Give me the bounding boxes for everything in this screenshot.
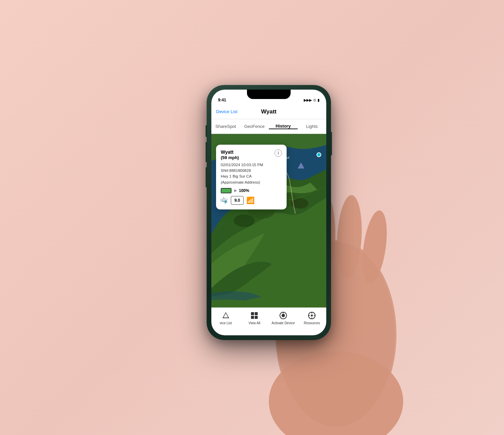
svg-rect-19	[255, 312, 258, 315]
battery-body	[221, 188, 232, 193]
svg-point-13	[234, 214, 255, 227]
activate-icon	[279, 311, 288, 320]
signal-icon: ▶▶▶	[304, 98, 312, 102]
popup-datetime: 02/01/2024 10:03:15 PM	[221, 162, 282, 168]
battery-icon	[221, 188, 232, 193]
bottom-tab-activate[interactable]: Activate Device	[269, 311, 298, 325]
popup-address: Hwy 1 Big Sur CA	[221, 174, 282, 179]
activate-label: Activate Device	[271, 321, 295, 325]
battery-row: ▶ 100%	[221, 188, 282, 193]
map-location-marker	[298, 162, 304, 168]
svg-rect-21	[255, 316, 258, 319]
svg-rect-18	[251, 312, 254, 315]
battery-fill	[221, 189, 231, 193]
svg-rect-20	[251, 316, 254, 319]
battery-status: ▮	[318, 98, 320, 102]
status-icons: ▶▶▶ ⊙ ▮	[304, 98, 320, 102]
popup-device-name: Wyatt	[221, 149, 239, 155]
battery-percent: 100%	[239, 188, 249, 193]
status-time: 9:41	[218, 98, 226, 102]
gps-version-box: 9.0	[231, 196, 244, 205]
popup-icons-row: 📡 9.0 📶	[221, 196, 282, 205]
tab-sharespot[interactable]: ShareSpot	[211, 124, 240, 129]
view-all-icon	[250, 311, 259, 320]
svg-point-23	[282, 314, 285, 317]
bottom-tab-bar: vice List View All	[211, 307, 326, 335]
nav-header: Device List Wyatt	[211, 104, 326, 119]
page-title: Wyatt	[261, 108, 277, 115]
popup-info-icon[interactable]: ℹ	[275, 149, 282, 157]
resources-label: Resources	[304, 321, 320, 325]
device-info-popup: Wyatt (59 mph) ℹ 02/01/2024 10:03:15 PM …	[216, 145, 287, 209]
tab-lights[interactable]: Lights	[298, 124, 327, 129]
signal-bars-icon: 📶	[246, 196, 255, 204]
device-list-label: vice List	[220, 321, 232, 325]
notch	[247, 90, 291, 99]
gps-icon: 📡	[219, 195, 229, 205]
bottom-tab-device-list[interactable]: vice List	[211, 311, 240, 325]
popup-serial: SN#:8881800828	[221, 168, 282, 174]
device-list-icon	[221, 311, 230, 320]
view-all-label: View All	[249, 321, 260, 325]
svg-point-26	[311, 315, 313, 317]
back-button[interactable]: Device List	[216, 109, 238, 114]
bottom-tab-view-all[interactable]: View All	[240, 311, 269, 325]
popup-address-note: (Approximate Address)	[221, 180, 282, 185]
popup-speed: (59 mph)	[221, 155, 239, 160]
popup-details: 02/01/2024 10:03:15 PM SN#:8881800828 Hw…	[221, 162, 282, 185]
top-tab-bar: ShareSpot GeoFence History Lights	[211, 119, 326, 134]
map-area[interactable]: Big Sur Wyatt (59 mph)	[211, 134, 326, 307]
phone-screen: 9:41 ▶▶▶ ⊙ ▮ Device List Wyatt ShareSpot…	[211, 90, 326, 335]
tab-history[interactable]: History	[269, 124, 298, 129]
resources-icon	[307, 311, 316, 320]
bottom-tab-resources[interactable]: Resources	[298, 311, 327, 325]
wifi-icon: ⊙	[313, 98, 316, 102]
tab-geofence[interactable]: GeoFence	[240, 124, 269, 129]
